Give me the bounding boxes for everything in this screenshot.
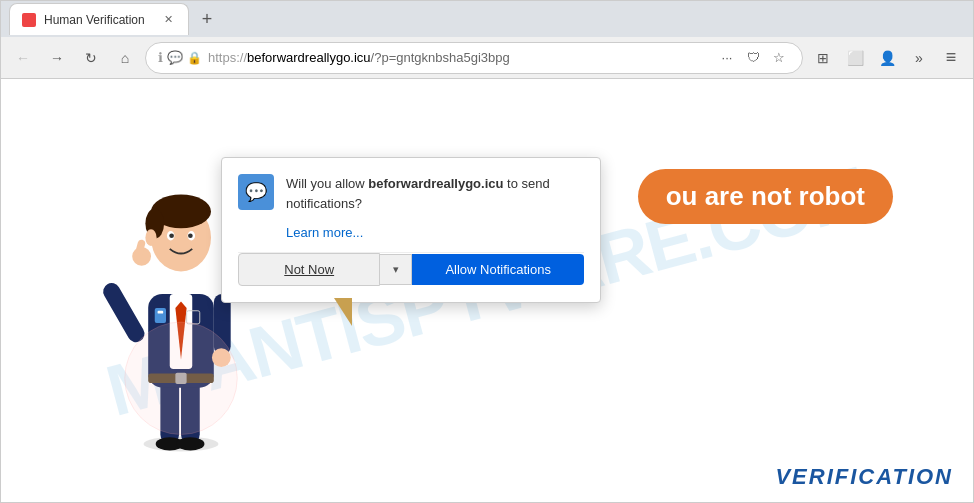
menu-icon: ≡ [946,47,957,68]
account-button[interactable]: 👤 [873,44,901,72]
lock-icon: 🔒 [187,51,202,65]
tab-favicon [22,13,36,27]
url-scheme: https:// [208,50,247,65]
forward-icon: → [50,50,64,66]
library-button[interactable]: ⊞ [809,44,837,72]
chat-icon: 💬 [167,50,183,65]
account-icon: 👤 [879,50,896,66]
back-button[interactable]: ← [9,44,37,72]
home-button[interactable]: ⌂ [111,44,139,72]
popup-arrow [334,298,352,326]
forward-button[interactable]: → [43,44,71,72]
url-domain: beforwardreallygo.icu [247,50,371,65]
svg-rect-22 [158,311,164,314]
overflow-button[interactable]: » [905,44,933,72]
allow-notifications-button[interactable]: Allow Notifications [412,254,584,285]
svg-point-19 [188,233,193,238]
svg-point-26 [125,322,238,435]
not-now-button[interactable]: Not Now [238,253,380,286]
tab-title: Human Verification [44,13,152,27]
learn-more-link[interactable]: Learn more... [286,225,584,240]
tab-close-button[interactable]: ✕ [160,12,176,28]
popup-header: 💬 Will you allow beforwardreallygo.icu t… [238,174,584,213]
synced-tabs-button[interactable]: ⬜ [841,44,869,72]
url-path: /?p=gntgknbsha5gi3bpg [371,50,510,65]
svg-rect-8 [100,280,147,345]
overflow-icon: » [915,50,923,66]
svg-point-4 [176,437,204,450]
svg-point-20 [145,229,156,246]
synced-tabs-icon: ⬜ [847,50,864,66]
robot-text-banner: ou are not robot [638,169,893,224]
popup-message: Will you allow beforwardreallygo.icu to … [286,174,584,213]
active-tab[interactable]: Human Verification ✕ [9,3,189,35]
address-bar[interactable]: ℹ 💬 🔒 https://beforwardreallygo.icu/?p=g… [145,42,803,74]
address-text: https://beforwardreallygo.icu/?p=gntgknb… [208,50,710,65]
new-tab-button[interactable]: + [193,5,221,33]
info-icon: ℹ [158,50,163,65]
refresh-icon: ↻ [85,50,97,66]
popup-buttons: Not Now ▾ Allow Notifications [238,252,584,286]
verification-label: VERIFICATION [775,464,953,490]
shield-icon[interactable]: 🛡 [742,47,764,69]
popup-site-name: beforwardreallygo.icu [368,176,503,191]
popup-chat-icon: 💬 [238,174,274,210]
refresh-button[interactable]: ↻ [77,44,105,72]
tab-bar: Human Verification ✕ + [1,1,973,37]
home-icon: ⌂ [121,50,129,66]
address-bar-actions: ··· 🛡 ☆ [716,47,790,69]
popup-message-pre: Will you allow [286,176,368,191]
library-icon: ⊞ [817,50,829,66]
menu-button[interactable]: ≡ [937,44,965,72]
chat-bubble-icon: 💬 [245,181,267,203]
content-area: MYANTISPYWARE.COM ou are not robot [1,79,973,502]
notification-popup: 💬 Will you allow beforwardreallygo.icu t… [221,157,601,303]
back-icon: ← [16,50,30,66]
toolbar-right: ⊞ ⬜ 👤 » ≡ [809,44,965,72]
dropdown-button[interactable]: ▾ [380,254,412,285]
more-icon[interactable]: ··· [716,47,738,69]
bookmark-icon[interactable]: ☆ [768,47,790,69]
nav-bar: ← → ↻ ⌂ ℹ 💬 🔒 https://beforwardreallygo.… [1,37,973,79]
address-security-icons: ℹ 💬 🔒 [158,50,202,65]
svg-point-17 [169,233,174,238]
robot-label: ou are not robot [666,181,865,211]
browser-window: Human Verification ✕ + ← → ↻ ⌂ ℹ 💬 🔒 htt [0,0,974,503]
svg-rect-21 [155,308,166,323]
